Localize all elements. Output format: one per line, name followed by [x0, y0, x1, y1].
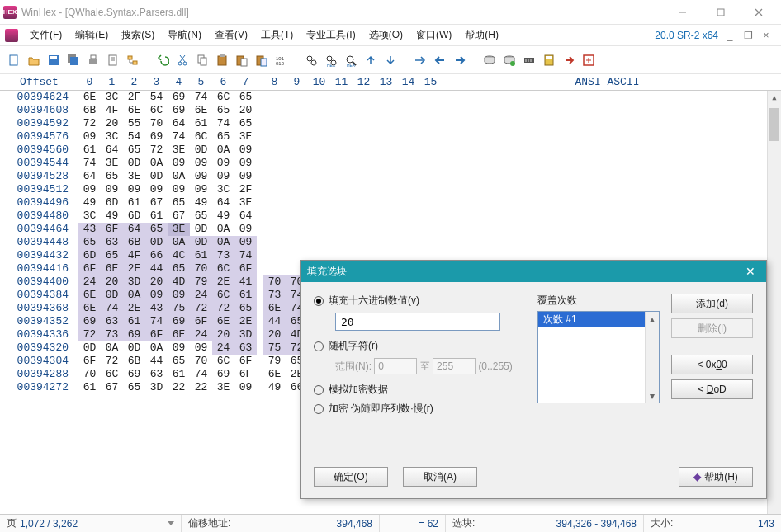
byte-cell[interactable]: 09	[234, 236, 257, 249]
byte-cell[interactable]: 72	[145, 144, 168, 157]
byte-cell[interactable]	[419, 91, 442, 104]
goto-down-icon[interactable]	[381, 51, 400, 69]
header-col-2[interactable]: 2	[123, 76, 145, 88]
byte-cell[interactable]: 70	[190, 262, 212, 275]
ascii-cell[interactable]	[448, 210, 781, 223]
byte-cell[interactable]: 6C	[212, 262, 234, 275]
byte-cell[interactable]: 63	[145, 368, 168, 381]
byte-cell[interactable]: 0A	[212, 236, 234, 249]
byte-cell[interactable]: 61	[190, 117, 212, 130]
byte-cell[interactable]: 3E	[212, 381, 234, 394]
settings-box-icon[interactable]	[580, 51, 598, 69]
byte-cell[interactable]	[308, 196, 330, 210]
header-col-4[interactable]: 4	[168, 76, 190, 88]
header-col-9[interactable]: 9	[286, 76, 308, 88]
header-col-12[interactable]: 12	[353, 76, 375, 88]
byte-cell[interactable]	[353, 91, 375, 104]
byte-cell[interactable]	[375, 117, 397, 130]
byte-cell[interactable]	[263, 130, 286, 144]
hex-row[interactable]: 003946246E3C2F5469746C65	[0, 91, 781, 104]
hex-row[interactable]: 00394560616465723E0D0A09	[0, 144, 781, 157]
byte-cell[interactable]: 44	[145, 262, 168, 275]
new-file-icon[interactable]	[5, 51, 23, 69]
byte-cell[interactable]	[397, 196, 419, 210]
byte-cell[interactable]: 75	[168, 302, 190, 315]
byte-cell[interactable]: 79	[263, 355, 286, 368]
paste-icon[interactable]	[233, 51, 251, 69]
ok-button[interactable]: 确定(O)	[314, 467, 388, 487]
offset-cell[interactable]: 00394576	[0, 130, 78, 144]
byte-cell[interactable]: 09	[190, 183, 212, 196]
byte-cell[interactable]: 0D	[190, 236, 212, 249]
byte-cell[interactable]: 20	[101, 117, 123, 130]
byte-cell[interactable]	[286, 223, 308, 236]
byte-cell[interactable]	[353, 157, 375, 170]
byte-cell[interactable]	[419, 104, 442, 117]
scroll-up-icon[interactable]: ▴	[768, 91, 781, 105]
byte-cell[interactable]: 6B	[78, 104, 101, 117]
byte-cell[interactable]: 65	[212, 104, 234, 117]
dropdown-icon[interactable]	[168, 521, 174, 525]
byte-cell[interactable]: 09	[190, 170, 212, 183]
menu-file[interactable]: 文件(F)	[23, 26, 69, 45]
byte-cell[interactable]	[286, 104, 308, 117]
byte-cell[interactable]: 69	[168, 91, 190, 104]
byte-cell[interactable]	[308, 236, 330, 249]
byte-cell[interactable]	[375, 170, 397, 183]
dialog-titlebar[interactable]: 填充选块 ✕	[301, 261, 766, 282]
byte-cell[interactable]: 6F	[78, 355, 101, 368]
byte-cell[interactable]: 3E	[168, 223, 190, 236]
header-col-11[interactable]: 11	[330, 76, 353, 88]
byte-cell[interactable]: 74	[168, 130, 190, 144]
byte-cell[interactable]: 6F	[190, 315, 212, 328]
byte-cell[interactable]: 20	[263, 328, 286, 341]
offset-cell[interactable]: 00394608	[0, 104, 78, 117]
byte-cell[interactable]	[263, 144, 286, 157]
mdi-minimize-icon[interactable]: _	[723, 29, 736, 42]
byte-cell[interactable]	[353, 236, 375, 249]
byte-cell[interactable]: 65	[190, 210, 212, 223]
byte-cell[interactable]: 0A	[145, 157, 168, 170]
byte-cell[interactable]: 24	[190, 328, 212, 341]
byte-cell[interactable]	[353, 117, 375, 130]
byte-cell[interactable]: 09	[145, 183, 168, 196]
byte-cell[interactable]: 6C	[101, 368, 123, 381]
byte-cell[interactable]	[330, 236, 353, 249]
menu-expert[interactable]: 专业工具(I)	[300, 26, 362, 45]
ascii-cell[interactable]	[448, 196, 781, 210]
byte-cell[interactable]: 69	[123, 328, 145, 341]
byte-cell[interactable]: 0D	[101, 289, 123, 302]
hex-row[interactable]: 0039452864653E0D0A090909	[0, 170, 781, 183]
header-col-8[interactable]: 8	[263, 76, 286, 88]
offset-cell[interactable]: 00394336	[0, 328, 78, 341]
byte-cell[interactable]: 65	[168, 355, 190, 368]
find-icon[interactable]	[302, 51, 320, 69]
byte-cell[interactable]	[397, 236, 419, 249]
menu-window[interactable]: 窗口(W)	[409, 26, 458, 45]
ascii-cell[interactable]	[448, 157, 781, 170]
byte-cell[interactable]: 49	[212, 210, 234, 223]
byte-cell[interactable]	[286, 183, 308, 196]
byte-cell[interactable]: 65	[101, 249, 123, 262]
byte-cell[interactable]	[375, 157, 397, 170]
byte-cell[interactable]: 0A	[101, 341, 123, 355]
byte-cell[interactable]: 22	[168, 381, 190, 394]
hex-row[interactable]: 00394496496D61676549643E	[0, 196, 781, 210]
byte-cell[interactable]	[308, 144, 330, 157]
byte-cell[interactable]	[419, 236, 442, 249]
byte-cell[interactable]: 20	[101, 275, 123, 289]
byte-cell[interactable]: 64	[123, 223, 145, 236]
calculator-icon[interactable]	[540, 51, 558, 69]
byte-cell[interactable]: 61	[123, 315, 145, 328]
list-scroll-down-icon[interactable]: ▾	[646, 388, 659, 403]
paste-special-icon[interactable]	[253, 51, 271, 69]
byte-cell[interactable]: 24	[190, 289, 212, 302]
byte-cell[interactable]	[263, 104, 286, 117]
byte-cell[interactable]: 0A	[123, 289, 145, 302]
byte-cell[interactable]	[286, 196, 308, 210]
radio-encrypt[interactable]	[314, 404, 324, 414]
byte-cell[interactable]: 20	[145, 275, 168, 289]
preset-dod-button[interactable]: < DoD	[671, 379, 753, 399]
radio-random[interactable]	[314, 341, 324, 351]
byte-cell[interactable]: 6E	[190, 104, 212, 117]
